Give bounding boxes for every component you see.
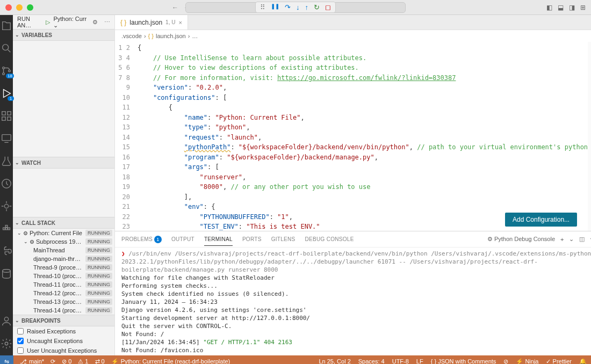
extensions-icon[interactable] <box>0 110 13 122</box>
start-debug-icon[interactable]: ▷ <box>46 19 50 26</box>
callstack-row[interactable]: Thread-12 (process…RUNNING <box>13 289 114 297</box>
bottom-panel: PROBLEMS1 OUTPUT TERMINAL PORTS GITLENS … <box>115 231 591 355</box>
tab-problems[interactable]: PROBLEMS1 <box>121 236 162 243</box>
breakpoint-row[interactable]: User Uncaught Exceptions <box>13 346 114 355</box>
debug-step-out-icon[interactable]: ↑ <box>305 3 309 11</box>
callstack-row[interactable]: Thread-9 (process_…RUNNING <box>13 263 114 272</box>
source-control-icon[interactable]: 18 <box>0 64 13 77</box>
indentation[interactable]: Spaces: 4 <box>358 358 385 365</box>
new-terminal-icon[interactable]: + <box>560 236 564 243</box>
settings-icon[interactable] <box>0 337 13 350</box>
terminal-dropdown-icon[interactable]: ⌄ <box>569 236 574 243</box>
errors-count[interactable]: ⊘ 0 <box>62 358 71 365</box>
breakpoint-checkbox[interactable] <box>17 328 24 334</box>
timeline-icon[interactable] <box>0 177 13 190</box>
svg-rect-13 <box>8 228 10 230</box>
layout-panel-icon[interactable]: ⬓ <box>558 4 564 11</box>
minimap[interactable] <box>588 42 591 231</box>
docker-icon[interactable] <box>0 222 13 235</box>
svg-point-2 <box>3 73 5 75</box>
callstack-row[interactable]: MainThreadRUNNING <box>13 246 114 254</box>
notifications-icon[interactable]: 🔔 <box>579 358 587 365</box>
section-breakpoints[interactable]: ⌄BREAKPOINTS <box>13 315 114 326</box>
debug-restart-icon[interactable]: ↻ <box>314 3 320 11</box>
svg-point-0 <box>3 45 9 50</box>
ports-count[interactable]: ⇄ 0 <box>95 358 105 365</box>
section-watch[interactable]: ⌄WATCH <box>13 157 114 169</box>
database-icon[interactable] <box>0 267 13 280</box>
python-icon[interactable] <box>0 245 13 258</box>
run-label: RUN AN… <box>17 16 42 28</box>
tab-launch-json[interactable]: { } launch.json 1, U × <box>115 15 188 30</box>
testing-icon[interactable] <box>0 155 13 168</box>
accounts-icon[interactable] <box>0 315 13 327</box>
warnings-count[interactable]: ⚠ 1 <box>78 358 88 365</box>
svg-rect-14 <box>5 225 8 228</box>
window-minimize[interactable] <box>16 4 23 11</box>
section-callstack[interactable]: ⌄CALL STACK <box>13 217 114 229</box>
ninja-status[interactable]: ⚡ Ninja <box>516 358 538 365</box>
debug-sidebar: RUN AN… ▷ Python: Curr ⌄ ⚙ ⋯ ⌄VARIABLES … <box>13 15 115 355</box>
layout-sidebar-left-icon[interactable]: ◧ <box>546 4 552 11</box>
eol[interactable]: LF <box>416 358 423 365</box>
debug-handle-icon[interactable]: ⠿ <box>260 3 265 11</box>
callstack-row[interactable]: django-main-threadRUNNING <box>13 254 114 263</box>
language-mode[interactable]: { } JSON with Comments <box>431 358 496 365</box>
launch-config-dropdown[interactable]: Python: Curr ⌄ <box>53 16 89 29</box>
layout-sidebar-right-icon[interactable]: ◨ <box>569 4 575 11</box>
layout-customize-icon[interactable]: ⊞ <box>580 4 586 11</box>
terminal-output[interactable]: ❯ /usr/bin/env /Users/vishvaraj/projects… <box>115 247 591 355</box>
add-configuration-button[interactable]: Add Configuration... <box>505 213 577 227</box>
window-close[interactable] <box>5 4 12 11</box>
debug-stop-icon[interactable]: ◻ <box>325 3 331 11</box>
debug-launch-status[interactable]: ⚡ Python: Current File (react-drf-boiler… <box>111 358 230 365</box>
prettier-status[interactable]: ✓ Prettier <box>546 358 572 365</box>
more-icon[interactable]: ⋯ <box>104 19 110 26</box>
copilot-status[interactable]: ⊘ <box>503 358 508 365</box>
breadcrumb[interactable]: .vscode › { } launch.json › … <box>115 30 591 42</box>
svg-rect-4 <box>2 112 5 115</box>
git-sync[interactable]: ⟳ <box>51 358 55 365</box>
titlebar: ← → ⠿ ❚❚ ↷ ↓ ↑ ↻ ◻ ◧ ⬓ ◨ ⊞ <box>0 0 591 15</box>
explorer-icon[interactable] <box>0 19 13 32</box>
code-editor[interactable]: 1 2 3 4 5 6 7 8 9 10 11 12 13 14 15 16 1… <box>115 42 591 231</box>
breakpoint-checkbox[interactable] <box>17 338 24 344</box>
window-zoom[interactable] <box>27 4 33 11</box>
remote-indicator[interactable]: ⇋ <box>0 355 13 364</box>
debug-pause-icon[interactable]: ❚❚ <box>271 3 279 11</box>
callstack-row[interactable]: Thread-13 (process…RUNNING <box>13 297 114 306</box>
scm-badge: 18 <box>6 74 14 78</box>
search-icon[interactable] <box>0 42 13 55</box>
tab-debug-console[interactable]: DEBUG CONSOLE <box>305 236 354 242</box>
breakpoint-checkbox[interactable] <box>17 347 24 354</box>
tab-terminal[interactable]: TERMINAL <box>204 236 233 246</box>
svg-rect-5 <box>8 112 11 115</box>
remote-explorer-icon[interactable] <box>0 132 13 145</box>
debug-step-over-icon[interactable]: ↷ <box>285 3 291 11</box>
tab-gitlens[interactable]: GITLENS <box>271 236 296 242</box>
debug-step-in-icon[interactable]: ↓ <box>296 3 300 11</box>
callstack-row[interactable]: Thread-14 (process…RUNNING <box>13 306 114 315</box>
terminal-profile-label[interactable]: ⚙ Python Debug Console <box>487 236 555 243</box>
callstack-row[interactable]: ⌄⚙Subprocess 19294RUNNING <box>13 237 114 246</box>
svg-rect-8 <box>2 135 11 141</box>
tab-ports[interactable]: PORTS <box>242 236 262 242</box>
tab-output[interactable]: OUTPUT <box>171 236 194 242</box>
section-variables[interactable]: ⌄VARIABLES <box>13 29 114 41</box>
run-debug-icon[interactable]: 1 <box>0 87 13 100</box>
cursor-position[interactable]: Ln 25, Col 2 <box>319 358 350 365</box>
gitlens-icon[interactable] <box>0 200 13 213</box>
debug-badge: 1 <box>8 96 14 101</box>
nav-back-icon[interactable]: ← <box>172 4 178 11</box>
split-terminal-icon[interactable]: ◫ <box>579 236 585 243</box>
callstack-row[interactable]: Thread-11 (process…RUNNING <box>13 280 114 289</box>
debug-toolbar: ⠿ ❚❚ ↷ ↓ ↑ ↻ ◻ <box>255 2 336 13</box>
git-branch[interactable]: ⎇ main* <box>20 358 44 365</box>
callstack-row[interactable]: ⌄⚙Python: Current FileRUNNING <box>13 229 114 237</box>
configure-icon[interactable]: ⚙ <box>92 19 98 26</box>
breakpoint-row[interactable]: Uncaught Exceptions <box>13 336 114 346</box>
tab-close-icon[interactable]: × <box>178 19 182 26</box>
encoding[interactable]: UTF-8 <box>392 358 409 365</box>
breakpoint-row[interactable]: Raised Exceptions <box>13 326 114 336</box>
callstack-row[interactable]: Thread-10 (process…RUNNING <box>13 272 114 280</box>
